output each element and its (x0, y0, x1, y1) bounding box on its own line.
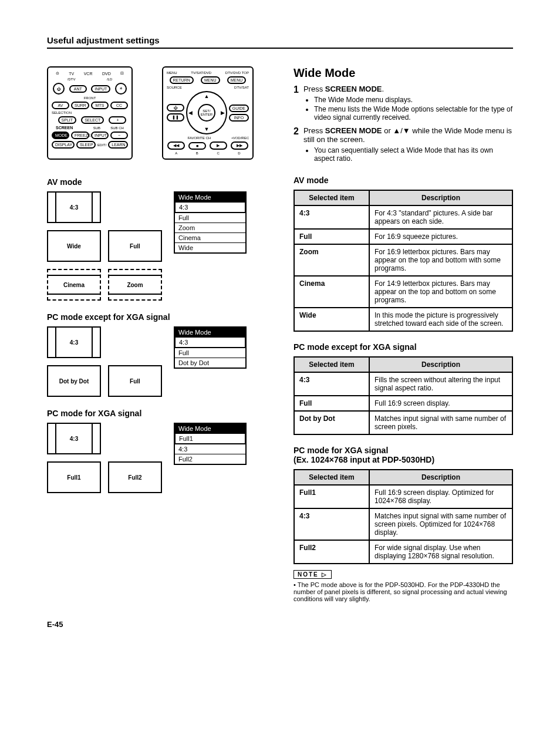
dpad: ▲▼◀▶ SET/ ENTER (186, 91, 227, 134)
pc-nonxga-right-title: PC mode except for XGA signal (294, 342, 513, 352)
osd-pc-nonxga: Wide Mode 4:3 Full Dot by Dot (174, 326, 247, 369)
table-row: Dot by DotMatches input signal with same… (294, 411, 512, 434)
remote-right: MENUTV/SAT/DVDDTV/DVD TOP RETURNMENUMENU… (162, 66, 254, 160)
thumb-xga-43: 4:3 (47, 423, 101, 454)
note-label: NOTE (294, 570, 332, 579)
wide-mode-title: Wide Mode (294, 66, 513, 80)
table-row: Full1Full 16:9 screen display. Optimized… (294, 485, 512, 508)
table-row: ZoomFor 16:9 letterbox pictures. Bars ma… (294, 244, 512, 276)
osd-av: Wide Mode 4:3 Full Zoom Cinema Wide (174, 191, 247, 254)
thumb-cinema: Cinema (47, 269, 101, 301)
page-number: E-45 (47, 620, 513, 629)
table-row: Full2For wide signal display. Use when d… (294, 540, 512, 564)
table-row: 4:3For 4:3 "standard" pictures. A side b… (294, 205, 512, 229)
av-mode-left-title: AV mode (47, 177, 270, 187)
pc-xga-left-title: PC mode for XGA signal (47, 409, 270, 418)
table-row: FullFor 16:9 squeeze pictures. (294, 229, 512, 244)
thumb-xga-full1: Full1 (47, 461, 101, 493)
pc-xga-right-title: PC mode for XGA signal (294, 446, 513, 455)
av-table: Selected itemDescription 4:3For 4:3 "sta… (294, 190, 513, 332)
osd-pc-xga: Wide Mode Full1 4:3 Full2 (174, 423, 247, 465)
table-row: 4:3Matches input signal with same number… (294, 508, 512, 540)
thumb-pc-43: 4:3 (47, 326, 101, 358)
thumb-xga-full2: Full2 (108, 461, 162, 493)
pc-xga-right-subtitle: (Ex. 1024×768 input at PDP-5030HD) (294, 455, 513, 464)
step: 1Press SCREEN MODE.The Wide Mode menu di… (294, 85, 513, 124)
page-title: Useful adjustment settings (47, 35, 513, 49)
table-row: FullFull 16:9 screen display. (294, 396, 512, 411)
pc-xga-table: Selected itemDescription Full1Full 16:9 … (294, 469, 513, 564)
av-mode-right-title: AV mode (294, 176, 513, 185)
note-text: • The PC mode above is for the PDP-5030H… (294, 581, 513, 602)
pc-nonxga-left-title: PC mode except for XGA signal (47, 312, 270, 322)
thumb-wide: Wide (47, 230, 101, 262)
remote-left: ⊝TVVCRDVD⊟ /DTV/LD ⏻ANTINPUT☀ FRONT AVSU… (47, 66, 133, 160)
thumb-full: Full (108, 230, 162, 262)
thumb-4-3: 4:3 (47, 191, 101, 223)
thumb-pc-full: Full (108, 365, 162, 397)
note-box: NOTE • The PC mode above is for the PDP-… (294, 570, 513, 602)
table-row: CinemaFor 14:9 letterbox pictures. Bars … (294, 276, 512, 308)
remote-diagrams: ⊝TVVCRDVD⊟ /DTV/LD ⏻ANTINPUT☀ FRONT AVSU… (47, 66, 270, 160)
pc-nonxga-table: Selected itemDescription 4:3Fills the sc… (294, 356, 513, 435)
thumb-pc-dotbydot: Dot by Dot (47, 365, 101, 397)
table-row: WideIn this mode the picture is progress… (294, 308, 512, 331)
step: 2Press SCREEN MODE or ▲/▼ while the Wide… (294, 126, 513, 165)
thumb-zoom: Zoom (108, 269, 162, 301)
table-row: 4:3Fills the screen without altering the… (294, 372, 512, 396)
